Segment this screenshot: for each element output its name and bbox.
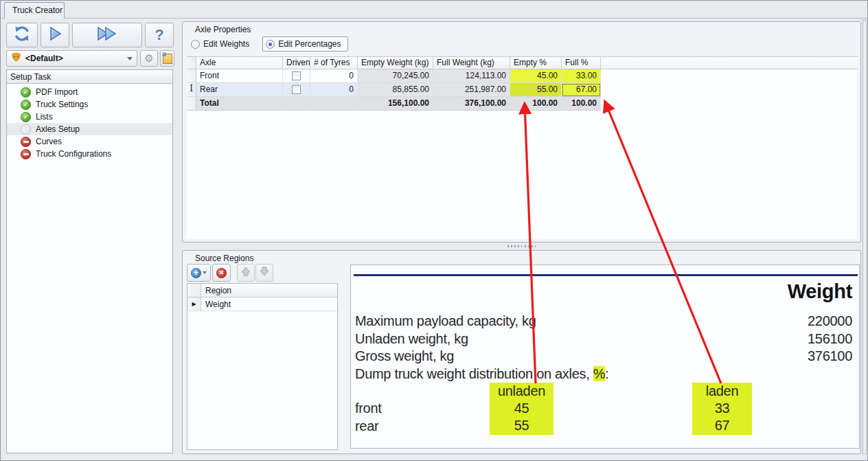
task-item-label: Axles Setup	[36, 124, 80, 134]
task-item-axles-setup[interactable]: Axles Setup	[7, 123, 172, 135]
blocked-status-icon	[21, 137, 31, 147]
help-button[interactable]: ?	[145, 23, 174, 47]
tab-truck-creator[interactable]: Truck Creator	[4, 2, 65, 19]
plus-circle-icon: +	[191, 268, 201, 278]
move-up-button[interactable]	[237, 264, 255, 282]
profile-value: <Default>	[25, 54, 123, 63]
column-header-driven[interactable]: Driven	[283, 57, 310, 69]
arrow-up-icon	[240, 266, 251, 280]
region-row-marker-icon: ▶	[187, 297, 201, 311]
driven-checkbox[interactable]	[292, 71, 301, 80]
cell-empty-weight: 156,100.00	[358, 97, 433, 111]
setup-task-header: Setup Task	[7, 70, 172, 84]
task-item-pdf-import[interactable]: ✓PDF Import	[7, 86, 172, 98]
cell-axle: Total	[196, 97, 283, 111]
chevron-down-icon	[203, 271, 207, 274]
spec-label: Maximum payload capacity, kg	[355, 313, 536, 330]
tab-label: Truck Creator	[12, 5, 62, 15]
chevron-down-icon	[127, 57, 133, 60]
axle-properties-title: Axle Properties	[195, 25, 251, 34]
cell-tyres[interactable]: 0	[310, 83, 358, 97]
cell-driven[interactable]	[283, 83, 310, 97]
truck-creator-window: Truck Creator	[0, 0, 868, 461]
move-down-button[interactable]	[255, 264, 273, 282]
block-value: 67	[692, 417, 752, 434]
column-header-full-weight-kg-[interactable]: Full Weight (kg)	[433, 57, 510, 69]
source-regions-panel: Source Regions + ✕ Region ▶Weight	[182, 250, 861, 454]
preview-navy-rule	[354, 274, 858, 276]
cell-axle[interactable]: Rear	[196, 83, 283, 97]
settings-button[interactable]: ⚙	[140, 50, 158, 67]
task-item-label: Lists	[36, 112, 53, 122]
refresh-button[interactable]	[6, 23, 38, 47]
column-header--of-tyres[interactable]: # of Tyres	[310, 57, 358, 69]
edit-mode-edit-weights[interactable]: Edit Weights	[188, 37, 255, 51]
percent-highlight[interactable]: %	[593, 366, 605, 381]
task-item-label: Curves	[36, 137, 62, 146]
edit-mode-label: Edit Percentages	[278, 39, 341, 49]
driven-checkbox[interactable]	[292, 85, 301, 94]
run-all-button[interactable]	[72, 23, 142, 47]
cell-tyres[interactable]: 0	[310, 69, 358, 83]
question-icon: ?	[155, 26, 163, 44]
edit-mode-radiogroup: Edit WeightsEdit Percentages	[188, 35, 348, 53]
mask-icon	[11, 52, 21, 65]
task-item-truck-configurations[interactable]: Truck Configurations	[7, 148, 172, 160]
column-header-axle[interactable]: Axle	[196, 57, 283, 69]
source-regions-title: Source Regions	[195, 254, 253, 263]
notes-button[interactable]	[160, 50, 174, 67]
edit-mode-edit-percentages[interactable]: Edit Percentages	[262, 36, 347, 52]
gear-icon: ⚙	[144, 52, 153, 65]
task-item-truck-settings[interactable]: ✓Truck Settings	[7, 98, 172, 111]
cell-empty-pct: 100.00	[510, 97, 562, 111]
cell-full-pct[interactable]: 67.00	[562, 83, 601, 97]
row-indicator-cell	[187, 97, 196, 111]
block-value: 45	[490, 400, 553, 417]
task-item-lists[interactable]: ✓Lists	[7, 111, 172, 123]
current-status-icon	[21, 124, 31, 135]
region-column-header: Region	[201, 284, 231, 297]
x-circle-icon: ✕	[216, 268, 227, 278]
column-header-empty-[interactable]: Empty %	[510, 57, 562, 69]
column-header-empty-weight-kg-[interactable]: Empty Weight (kg)	[358, 57, 433, 69]
row-indicator-cell	[187, 69, 196, 83]
cell-driven[interactable]	[283, 69, 310, 83]
add-region-button[interactable]: +	[187, 264, 211, 282]
radio-icon	[191, 40, 200, 49]
cell-axle[interactable]: Front	[196, 69, 283, 83]
run-button[interactable]	[41, 23, 69, 47]
cell-empty-pct[interactable]: 45.00	[510, 69, 562, 83]
preview-axle-label-rear: rear	[355, 418, 378, 434]
distribution-text: Dump truck weight distribution on axles,…	[355, 366, 609, 383]
delete-region-button[interactable]: ✕	[212, 264, 231, 282]
task-item-curves[interactable]: Curves	[7, 135, 172, 148]
done-status-icon: ✓	[21, 100, 31, 110]
region-list-header[interactable]: Region	[187, 284, 337, 297]
region-indicator-column	[187, 284, 201, 297]
cell-full-weight: 251,987.00	[433, 83, 510, 97]
column-header-full-[interactable]: Full %	[562, 57, 601, 69]
task-item-label: Truck Settings	[36, 100, 88, 109]
spec-label: Unladen weight, kg	[355, 331, 468, 348]
grid-header-row: AxleDriven# of TyresEmpty Weight (kg)Ful…	[187, 56, 858, 69]
spec-value: 156100	[808, 331, 852, 348]
profile-selector[interactable]: <Default>	[6, 50, 137, 67]
cell-empty-pct[interactable]: 55.00	[510, 83, 562, 97]
grid-row-rear: IRear085,855.00251,987.0055.0067.00	[187, 83, 858, 97]
block-value: 55	[490, 417, 553, 434]
region-row-weight[interactable]: ▶Weight	[187, 297, 337, 311]
block-value: 33	[692, 400, 752, 417]
note-icon	[163, 54, 172, 64]
collapsed-side-strip[interactable]	[863, 20, 867, 454]
cell-full-pct[interactable]: 33.00	[562, 69, 601, 83]
blocked-bar	[23, 153, 29, 155]
blocked-bar	[23, 141, 29, 143]
grid-row-front: Front070,245.00124,113.0045.0033.00	[187, 69, 858, 83]
horizontal-splitter[interactable]	[182, 243, 861, 249]
tabbar-divider	[1, 18, 867, 19]
sync-icon	[12, 24, 32, 46]
highlight-block-laden[interactable]: laden3367	[692, 383, 752, 435]
cell-full-weight: 376,100.00	[433, 97, 510, 111]
done-status-icon: ✓	[21, 112, 31, 122]
highlight-block-unladen[interactable]: unladen4555	[490, 383, 553, 435]
